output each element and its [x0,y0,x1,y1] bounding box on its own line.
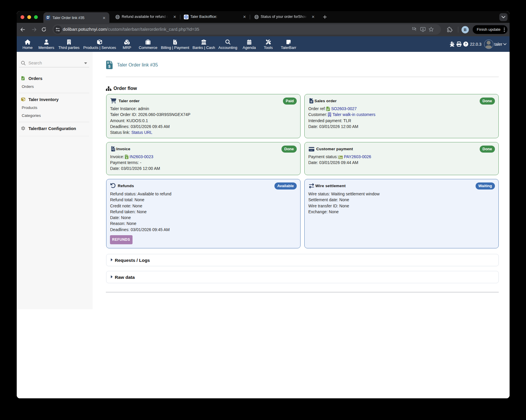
svg-text:$: $ [126,156,128,159]
svg-text:$: $ [108,64,111,69]
